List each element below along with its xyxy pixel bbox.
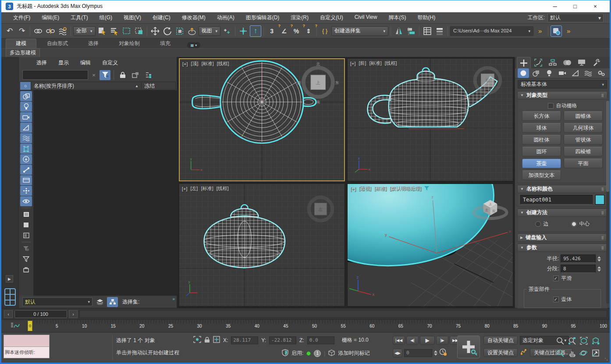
rectangular-selection-icon[interactable]	[121, 25, 132, 37]
category-spacewarps[interactable]	[583, 68, 594, 78]
ribbon-overflow-button[interactable]: ▦▾	[187, 42, 200, 48]
rollout-parameters[interactable]: ▼参数⣿	[517, 244, 607, 252]
bind-spacewarp-icon[interactable]	[57, 25, 68, 37]
viewport-menu-pov[interactable]: [前]	[359, 60, 366, 67]
detail-view-icon[interactable]	[20, 230, 32, 240]
explorer-preset-dropdown[interactable]: 默认▾	[22, 297, 92, 306]
button-sphere[interactable]: 球体	[522, 123, 561, 133]
explorer-overflow-chevron[interactable]: »	[172, 297, 175, 301]
toggle-scene-explorer-icon[interactable]	[422, 25, 433, 37]
filter-icon[interactable]	[20, 254, 32, 264]
menu-item[interactable]: 组(G)	[94, 14, 118, 21]
select-by-name-icon[interactable]	[109, 25, 120, 37]
zoom-extents-all-icon[interactable]	[590, 336, 601, 346]
menu-item[interactable]: 脚本(S)	[383, 14, 412, 21]
layer-mode-icon[interactable]	[94, 297, 105, 307]
button-teapot[interactable]: 茶壶	[522, 159, 561, 168]
use-pivot-icon[interactable]	[221, 25, 233, 37]
viewport-menu-shading[interactable]: [线框]	[217, 60, 229, 67]
search-filter-icon[interactable]	[99, 70, 110, 80]
maximize-button[interactable]: □	[565, 1, 585, 12]
display-all-eye-icon[interactable]	[20, 196, 32, 206]
radio-center[interactable]: 中心	[571, 220, 590, 228]
viewport-menu-shading[interactable]: [默认明暗处理]	[390, 185, 421, 192]
panel-scrollbar[interactable]	[606, 101, 609, 304]
tab-hierarchy[interactable]	[546, 57, 560, 68]
pan-hand-icon[interactable]	[566, 348, 577, 358]
isolate-selection-icon[interactable]	[193, 336, 201, 344]
object-name-field[interactable]	[520, 195, 593, 205]
viewport-menu-general[interactable]: [+]	[350, 61, 356, 66]
clear-search-icon[interactable]: ×	[90, 72, 98, 78]
viewport-front[interactable]: xz 前 [+] [前] [标准] [线框]	[347, 58, 513, 181]
safe-mode-shield-icon[interactable]	[282, 349, 288, 357]
tab-motion[interactable]	[560, 57, 574, 68]
snap-3d-toggle[interactable]: 3?	[266, 25, 277, 37]
select-scale-icon[interactable]	[174, 25, 185, 37]
segments-field[interactable]: 8	[561, 265, 596, 273]
previous-key-button[interactable]: ◀|	[406, 336, 419, 345]
viewport-menu-pov[interactable]: [透视]	[359, 185, 371, 192]
button-cylinder[interactable]: 圆柱体	[522, 135, 561, 145]
object-color-swatch[interactable]	[595, 195, 604, 205]
viewport-menu-general[interactable]: [+]	[350, 186, 356, 191]
display-shapes-icon[interactable]	[20, 175, 32, 185]
category-helpers[interactable]	[570, 68, 581, 78]
menu-item[interactable]: 修改器(M)	[176, 14, 211, 21]
zoom-region-icon[interactable]	[554, 348, 565, 358]
set-keys-button[interactable]	[457, 336, 480, 358]
menu-item[interactable]: 动画(A)	[211, 14, 240, 21]
menu-item[interactable]: 图形编辑器(D)	[240, 14, 285, 21]
current-frame-field[interactable]: 0	[404, 349, 432, 357]
go-to-start-button[interactable]: |◀◀	[393, 336, 405, 345]
x-coordinate-field[interactable]: 28.117	[231, 336, 258, 344]
viewport-top[interactable]: xy 上 北 南 东 西 [+] [顶] [标准] [线框]	[179, 58, 345, 181]
menu-item[interactable]: 工具(T)	[65, 14, 93, 21]
render-overflow-chevron[interactable]: »	[563, 25, 574, 37]
spinner-snap-toggle[interactable]: ⇕?	[303, 25, 314, 37]
ribbon-tab-selection[interactable]: 选择	[78, 39, 108, 48]
rollout-creation-method[interactable]: ▼创建方法⣿	[517, 209, 607, 217]
tab-create[interactable]	[517, 57, 531, 68]
category-cameras[interactable]	[557, 68, 568, 78]
category-lights[interactable]	[544, 68, 555, 78]
unlink-icon[interactable]	[45, 25, 56, 37]
viewport-menu-pov[interactable]: [顶]	[191, 60, 199, 67]
zoom-extents-icon[interactable]	[578, 336, 589, 346]
lock-icon[interactable]	[117, 70, 128, 80]
display-containers-icon[interactable]	[20, 154, 32, 164]
category-systems[interactable]	[596, 68, 607, 78]
select-link-icon[interactable]	[32, 25, 44, 37]
maxscript-mini-listener[interactable]: 脚本迷你侦听:	[4, 335, 50, 358]
macro-recorder-line[interactable]	[4, 335, 50, 347]
button-geosphere[interactable]: 几何球体	[564, 123, 603, 133]
flat-view-icon[interactable]	[20, 220, 32, 230]
menu-item[interactable]: 自定义(U)	[314, 14, 349, 21]
display-lights-icon[interactable]	[20, 102, 32, 112]
tab-modify[interactable]	[531, 57, 545, 68]
current-frame-marker[interactable]: 0	[28, 321, 32, 331]
name-column-header[interactable]: 名称(按升序排序)▲	[31, 82, 141, 90]
time-slider-track[interactable]	[79, 310, 607, 318]
auto-key-button[interactable]: 自动关键点	[483, 336, 518, 345]
mini-curve-editor-icon[interactable]	[1, 320, 28, 332]
display-helpers-icon[interactable]	[20, 123, 32, 133]
ribbon-tab-populate[interactable]: 填充	[150, 39, 180, 48]
maximize-viewport-toggle[interactable]	[590, 348, 601, 358]
hierarchy-mode-icon[interactable]	[107, 297, 118, 307]
select-rotate-icon[interactable]	[162, 25, 173, 37]
select-manipulate-icon[interactable]	[238, 25, 249, 37]
viewport-menu-general[interactable]: [+]	[182, 186, 188, 191]
toolbar-overflow-chevron[interactable]: »	[534, 25, 546, 37]
redo-button[interactable]: ↷	[16, 25, 28, 37]
button-pyramid[interactable]: 四棱锥	[564, 147, 603, 156]
explorer-search-input[interactable]	[22, 70, 88, 80]
selection-lock-icon[interactable]	[204, 336, 210, 344]
time-slider-handle[interactable]: 0 / 100	[14, 310, 67, 318]
next-frame-button[interactable]: ›	[69, 310, 78, 318]
keyboard-override-toggle[interactable]: ↑	[250, 25, 261, 37]
add-time-tag[interactable]: 添加时间标记	[338, 350, 369, 357]
display-groups-icon[interactable]	[20, 144, 32, 154]
close-button[interactable]: ×	[585, 1, 605, 12]
ribbon-tab-modeling[interactable]: 建模	[6, 39, 36, 48]
